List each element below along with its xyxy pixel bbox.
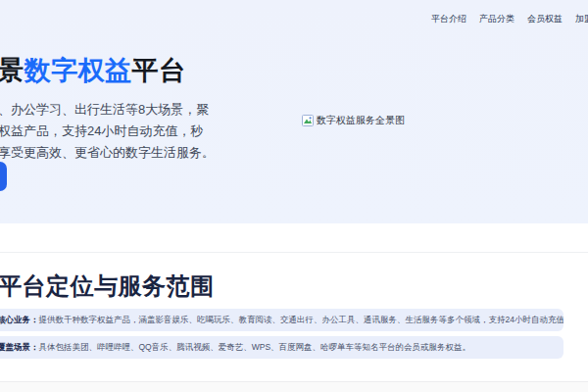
hero-description-line-1: 、办公学习、出行生活等8大场景，聚 <box>0 99 215 121</box>
core-business-text: 提供数千种数字权益产品，涵盖影音娱乐、吃喝玩乐、教育阅读、交通出行、办公工具、通… <box>39 315 564 324</box>
core-business-label: 核心业务： <box>0 315 39 324</box>
next-section-background <box>0 382 588 392</box>
page: 平台介绍 产品分类 会员权益 加盟合作 景数字权益平台 、办公学习、出行生活等8… <box>0 0 588 392</box>
nav-item-platform-intro[interactable]: 平台介绍 <box>431 13 466 24</box>
coverage-scenarios-text: 具体包括美团、哔哩哔哩、QQ音乐、腾讯视频、爱奇艺、WPS、百度网盘、哈啰单车等… <box>39 342 471 352</box>
coverage-scenarios-card: 覆盖场景：具体包括美团、哔哩哔哩、QQ音乐、腾讯视频、爱奇艺、WPS、百度网盘、… <box>0 336 564 359</box>
hero-title-highlight: 数字权益 <box>24 56 132 85</box>
hero-image-alt-text: 数字权益服务全景图 <box>317 114 405 127</box>
top-navigation: 平台介绍 产品分类 会员权益 加盟合作 <box>431 13 588 24</box>
core-business-card: 核心业务：提供数千种数字权益产品，涵盖影音娱乐、吃喝玩乐、教育阅读、交通出行、办… <box>0 309 564 331</box>
coverage-scenarios-label: 覆盖场景： <box>0 342 39 352</box>
section-title: 平台定位与服务范围 <box>0 270 215 302</box>
section-divider-top <box>0 252 588 253</box>
hero-title-prefix: 景 <box>0 56 24 85</box>
nav-item-member-benefits[interactable]: 会员权益 <box>527 13 563 24</box>
hero-description-line-3: 享受更高效、更省心的数字生活服务。 <box>0 142 215 164</box>
hero-primary-button[interactable] <box>0 162 7 191</box>
nav-item-product-categories[interactable]: 产品分类 <box>479 13 514 24</box>
hero-section: 平台介绍 产品分类 会员权益 加盟合作 景数字权益平台 、办公学习、出行生活等8… <box>0 0 588 223</box>
hero-description: 、办公学习、出行生活等8大场景，聚 权益产品，支持24小时自动充值，秒 享受更高… <box>0 99 215 164</box>
hero-title-suffix: 平台 <box>132 56 186 85</box>
hero-image-broken: 数字权益服务全景图 <box>302 114 405 127</box>
nav-item-join-cooperation[interactable]: 加盟合作 <box>575 13 588 24</box>
hero-description-line-2: 权益产品，支持24小时自动充值，秒 <box>0 121 215 142</box>
broken-image-icon <box>302 115 314 126</box>
hero-title: 景数字权益平台 <box>0 53 186 88</box>
